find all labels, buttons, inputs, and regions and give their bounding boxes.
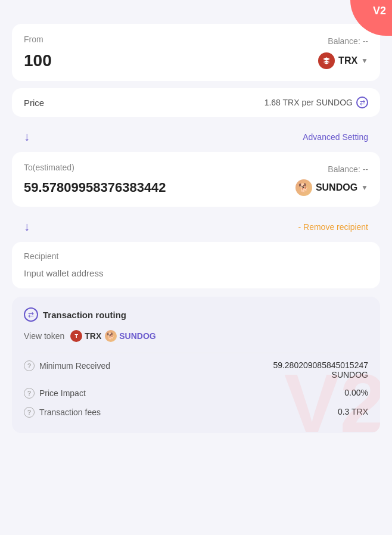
trx-small-icon: T bbox=[70, 330, 82, 342]
price-label: Price bbox=[24, 98, 44, 108]
from-card: From Balance: -- TRX ▼ bbox=[12, 24, 380, 81]
from-token-chevron: ▼ bbox=[361, 57, 368, 65]
price-value-text: 1.68 TRX per SUNDOG bbox=[265, 98, 353, 107]
routing-token2-name: SUNDOG bbox=[119, 331, 155, 341]
price-card: Price 1.68 TRX per SUNDOG ⇄ bbox=[12, 88, 380, 117]
price-impact-row: ? Price Impact 0.00% bbox=[24, 388, 368, 399]
to-token-selector[interactable]: 🐕 SUNDOG ▼ bbox=[295, 179, 368, 196]
min-received-token: SUNDOG bbox=[273, 370, 368, 380]
to-card: To(estimated) Balance: -- 59.57809958376… bbox=[12, 152, 380, 207]
sundog-icon: 🐕 bbox=[295, 179, 312, 196]
to-token-chevron: ▼ bbox=[361, 183, 368, 192]
arrow-row-1: ↓ Advanced Setting bbox=[12, 124, 380, 150]
recipient-card: Recipient bbox=[12, 242, 380, 288]
routing-header: ⇄ Transaction routing bbox=[24, 307, 368, 322]
min-received-value: 59.280209085845015247 SUNDOG bbox=[273, 360, 368, 380]
arrow-down-icon-2: ↓ bbox=[24, 220, 30, 234]
to-balance: Balance: -- bbox=[328, 164, 368, 174]
token-tag-trx: T TRX bbox=[70, 330, 101, 342]
sundog-small-icon: 🐕 bbox=[105, 330, 117, 342]
min-received-row: ? Minimum Received 59.280209085845015247… bbox=[24, 360, 368, 380]
transaction-fees-help-icon[interactable]: ? bbox=[24, 407, 35, 418]
advanced-setting-link[interactable]: Advanced Setting bbox=[303, 132, 368, 142]
routing-icon: ⇄ bbox=[24, 307, 38, 322]
price-value-row: 1.68 TRX per SUNDOG ⇄ bbox=[265, 97, 368, 108]
arrow-down-icon-1: ↓ bbox=[24, 130, 30, 144]
arrow-row-2: ↓ - Remove recipient bbox=[12, 214, 380, 239]
from-token-name: TRX bbox=[338, 55, 357, 66]
from-label: From bbox=[24, 35, 43, 44]
remove-recipient-link[interactable]: - Remove recipient bbox=[298, 222, 369, 232]
trx-icon bbox=[318, 52, 335, 69]
price-info-icon[interactable]: ⇄ bbox=[356, 97, 368, 108]
view-token-row: View token T TRX 🐕 SUNDOG bbox=[24, 330, 368, 342]
price-impact-value: 0.00% bbox=[344, 388, 368, 397]
from-amount-input[interactable] bbox=[24, 51, 318, 70]
transaction-fees-row: ? Transaction fees 0.3 TRX bbox=[24, 407, 368, 418]
transaction-fees-label: Transaction fees bbox=[39, 408, 101, 417]
routing-section: ⇄ Transaction routing View token T TRX 🐕… bbox=[12, 297, 380, 433]
from-token-selector[interactable]: TRX ▼ bbox=[318, 52, 368, 69]
recipient-label: Recipient bbox=[24, 251, 368, 261]
min-received-left: ? Minimum Received bbox=[24, 360, 110, 371]
from-balance: Balance: -- bbox=[328, 36, 368, 46]
transaction-fees-value: 0.3 TRX bbox=[338, 407, 368, 416]
token-tag-sundog[interactable]: 🐕 SUNDOG bbox=[105, 330, 155, 342]
recipient-input[interactable] bbox=[24, 268, 368, 278]
min-received-label: Minimum Received bbox=[39, 361, 110, 371]
min-received-help-icon[interactable]: ? bbox=[24, 360, 35, 371]
routing-title: Transaction routing bbox=[43, 310, 126, 320]
price-impact-label: Price Impact bbox=[39, 388, 86, 398]
to-amount: 59.57809958376383442 bbox=[24, 180, 295, 195]
to-label: To(estimated) bbox=[24, 163, 74, 172]
view-token-label: View token bbox=[24, 331, 64, 341]
price-impact-left: ? Price Impact bbox=[24, 388, 86, 399]
routing-token1-name: TRX bbox=[85, 331, 101, 341]
transaction-fees-left: ? Transaction fees bbox=[24, 407, 101, 418]
to-token-name: SUNDOG bbox=[316, 182, 357, 193]
min-received-amount: 59.280209085845015247 bbox=[273, 360, 368, 370]
price-impact-help-icon[interactable]: ? bbox=[24, 388, 35, 399]
